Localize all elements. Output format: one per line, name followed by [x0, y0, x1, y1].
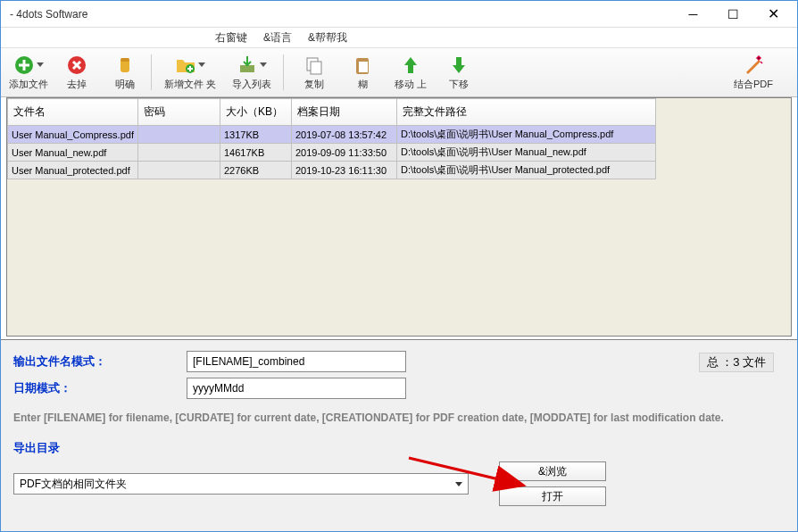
add-folder-label: 新增文件 夹 — [164, 78, 216, 91]
combine-pdf-button[interactable]: 结合PDF — [713, 49, 794, 96]
chevron-down-icon — [260, 62, 267, 67]
add-file-label: 添加文件 — [9, 78, 48, 91]
folder-add-icon — [175, 54, 196, 76]
remove-label: 去掉 — [67, 78, 87, 91]
combine-label: 结合PDF — [734, 78, 773, 91]
cell-date: 2019-09-09 11:33:50 — [291, 144, 396, 162]
wand-icon — [743, 54, 764, 76]
bottom-panel: 总 ：3 文件 输出文件名模式： 日期模式： Enter [FILENAME] … — [1, 339, 797, 531]
close-button[interactable]: ✕ — [753, 2, 794, 27]
output-dir-select[interactable]: PDF文档的相同文件夹 — [13, 473, 469, 495]
col-password[interactable]: 密码 — [137, 99, 220, 126]
col-size[interactable]: 大小（KB） — [220, 99, 291, 126]
cell-size: 14617KB — [220, 144, 291, 162]
cell-date: 2019-10-23 16:11:30 — [291, 162, 396, 179]
file-count: 总 ：3 文件 — [699, 353, 774, 372]
separator — [283, 54, 288, 90]
move-down-label: 下移 — [449, 78, 469, 91]
import-list-label: 导入列表 — [232, 78, 271, 91]
chevron-down-icon — [37, 62, 44, 67]
col-date[interactable]: 档案日期 — [291, 99, 396, 126]
menubar: 右窗键 &语言 &帮帮我 — [1, 28, 797, 47]
cell-path: D:\tools\桌面\说明书\User Manual_Compress.pdf — [396, 126, 655, 144]
table-row[interactable]: User Manual_new.pdf14617KB2019-09-09 11:… — [8, 144, 656, 162]
separator — [151, 54, 156, 90]
maximize-button[interactable]: ☐ — [713, 2, 753, 27]
move-up-button[interactable]: 移动 上 — [387, 49, 435, 96]
titlebar: - 4dots Software ─ ☐ ✕ — [1, 1, 797, 28]
open-button[interactable]: 打开 — [499, 486, 606, 506]
menu-rightkey[interactable]: 右窗键 — [215, 30, 247, 46]
browse-button[interactable]: &浏览 — [499, 461, 606, 481]
file-table: 文件名 密码 大小（KB） 档案日期 完整文件路径 User Manual_Co… — [7, 98, 656, 179]
cell-path: D:\tools\桌面\说明书\User Manual_protected.pd… — [396, 162, 655, 179]
add-folder-button[interactable]: 新增文件 夹 — [158, 49, 222, 96]
cell-pw — [137, 144, 220, 162]
move-down-button[interactable]: 下移 — [435, 49, 483, 96]
cell-name: User Manual_protected.pdf — [8, 162, 138, 179]
svg-rect-3 — [121, 58, 129, 62]
cell-name: User Manual_new.pdf — [8, 144, 138, 162]
file-table-area: 文件名 密码 大小（KB） 档案日期 完整文件路径 User Manual_Co… — [6, 97, 792, 337]
menu-language[interactable]: &语言 — [263, 30, 292, 46]
chevron-down-icon — [455, 482, 462, 486]
remove-icon — [66, 54, 87, 76]
cell-pw — [137, 126, 220, 144]
import-icon — [237, 54, 258, 76]
clear-button[interactable]: 明确 — [101, 49, 149, 96]
table-row[interactable]: User Manual_Compress.pdf1317KB2019-07-08… — [8, 126, 656, 144]
copy-button[interactable]: 复制 — [290, 49, 338, 96]
minimize-button[interactable]: ─ — [673, 2, 713, 27]
cell-size: 1317KB — [220, 126, 291, 144]
svg-rect-9 — [359, 62, 368, 72]
filename-pattern-input[interactable] — [187, 351, 406, 372]
copy-icon — [303, 54, 325, 76]
chevron-down-icon — [198, 62, 205, 67]
output-dir-label: 导出目录 — [13, 440, 785, 456]
svg-rect-7 — [311, 62, 321, 74]
cell-pw — [137, 162, 220, 179]
paste-icon — [352, 54, 373, 76]
hint-text: Enter [FILENAME] for filename, [CURDATE]… — [13, 410, 785, 426]
remove-button[interactable]: 去掉 — [53, 49, 101, 96]
toolbar: 添加文件 去掉 明确 新增文件 夹 导入列表 复制 糊 移动 上 下移 结合PD… — [1, 47, 797, 97]
add-icon — [13, 54, 35, 76]
date-pattern-label: 日期模式： — [13, 380, 187, 396]
menu-help[interactable]: &帮帮我 — [308, 30, 347, 46]
paste-label: 糊 — [358, 78, 368, 91]
col-filename[interactable]: 文件名 — [8, 99, 138, 126]
import-list-button[interactable]: 导入列表 — [222, 49, 281, 96]
table-row[interactable]: User Manual_protected.pdf2276KB2019-10-2… — [8, 162, 656, 179]
arrow-up-icon — [400, 54, 421, 76]
output-dir-value: PDF文档的相同文件夹 — [20, 477, 127, 492]
pattern-label: 输出文件名模式： — [13, 353, 187, 370]
cell-date: 2019-07-08 13:57:42 — [291, 126, 396, 144]
clear-icon — [114, 54, 136, 76]
paste-button[interactable]: 糊 — [338, 49, 387, 96]
window-title: - 4dots Software — [10, 8, 673, 21]
clear-label: 明确 — [115, 78, 135, 91]
cell-path: D:\tools\桌面\说明书\User Manual_new.pdf — [396, 144, 655, 162]
cell-size: 2276KB — [220, 162, 291, 179]
col-path[interactable]: 完整文件路径 — [396, 99, 655, 126]
cell-name: User Manual_Compress.pdf — [8, 126, 138, 144]
arrow-down-icon — [448, 54, 470, 76]
date-pattern-input[interactable] — [187, 378, 406, 399]
move-up-label: 移动 上 — [395, 78, 427, 91]
add-file-button[interactable]: 添加文件 — [4, 49, 53, 96]
copy-label: 复制 — [304, 78, 324, 91]
